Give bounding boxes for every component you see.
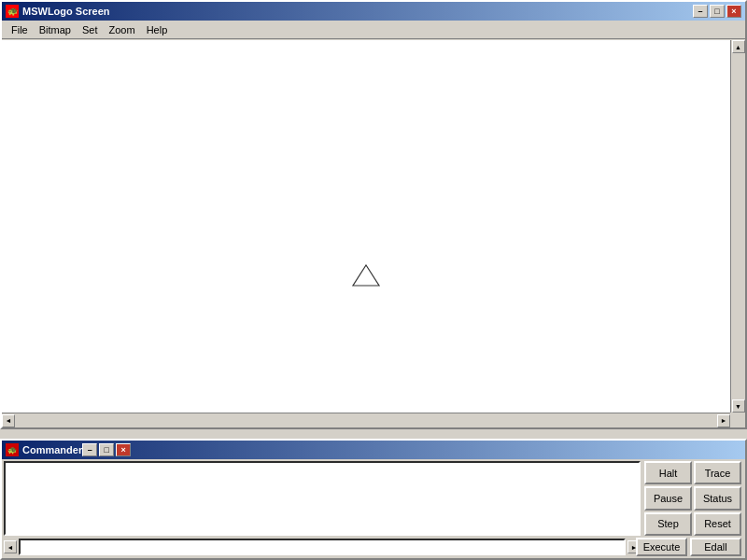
commander-window: 🐢 Commander – □ × ◄ ► Halt Trace Pause: [0, 439, 747, 560]
bottom-buttons-row: Execute Edall: [644, 536, 741, 556]
scroll-track-horizontal[interactable]: [15, 413, 717, 427]
scroll-corner: [730, 413, 745, 427]
menu-zoom[interactable]: Zoom: [104, 22, 141, 37]
halt-button[interactable]: Halt: [644, 461, 692, 484]
main-close-button[interactable]: ×: [726, 5, 741, 18]
commander-input[interactable]: [19, 539, 626, 555]
commander-restore-button[interactable]: □: [99, 443, 114, 456]
main-scrollbar-vertical[interactable]: ▲ ▼: [730, 40, 745, 413]
scroll-left-button[interactable]: ◄: [2, 414, 15, 427]
commander-title: Commander: [22, 444, 82, 455]
canvas: [2, 40, 730, 413]
commander-content: ◄ ► Halt Trace Pause Status Step Reset E…: [2, 459, 745, 558]
trace-button[interactable]: Trace: [694, 461, 741, 484]
edall-button[interactable]: Edall: [690, 538, 741, 556]
execute-button[interactable]: Execute: [636, 538, 687, 556]
main-window: 🐢 MSWLogo Screen – □ × File Bitmap Set Z…: [0, 0, 747, 429]
turtle-container: [2, 40, 730, 413]
main-restore-button[interactable]: □: [710, 5, 725, 18]
commander-titlebar-buttons: – □ ×: [82, 443, 131, 456]
scroll-track-vertical[interactable]: [731, 53, 745, 399]
main-window-icon: 🐢: [6, 5, 19, 18]
commander-right-panel: Halt Trace Pause Status Step Reset Execu…: [642, 459, 745, 558]
pause-button[interactable]: Pause: [644, 486, 692, 510]
commander-window-icon: 🐢: [6, 443, 19, 456]
commander-close-button[interactable]: ×: [116, 443, 131, 456]
menu-help[interactable]: Help: [141, 22, 174, 37]
scroll-up-button[interactable]: ▲: [732, 40, 745, 53]
input-scroll-left[interactable]: ◄: [4, 540, 17, 553]
scroll-right-button[interactable]: ►: [717, 414, 730, 427]
turtle-svg: [2, 40, 730, 413]
output-area[interactable]: [4, 461, 641, 536]
menu-set[interactable]: Set: [77, 22, 104, 37]
commander-minimize-button[interactable]: –: [82, 443, 97, 456]
main-titlebar-buttons: – □ ×: [693, 5, 741, 18]
turtle-shape: [353, 265, 379, 286]
status-button[interactable]: Status: [694, 486, 741, 510]
main-titlebar: 🐢 MSWLogo Screen – □ ×: [2, 2, 745, 21]
main-window-title: MSWLogo Screen: [22, 6, 693, 17]
reset-button[interactable]: Reset: [694, 512, 741, 536]
commander-left-panel: ◄ ►: [2, 459, 642, 558]
input-row: ◄ ►: [4, 538, 641, 556]
command-buttons-grid: Halt Trace Pause Status Step Reset: [644, 461, 741, 536]
main-scrollbar-horizontal[interactable]: ◄ ►: [2, 413, 730, 427]
scroll-down-button[interactable]: ▼: [732, 399, 745, 413]
step-button[interactable]: Step: [644, 512, 692, 536]
main-menubar: File Bitmap Set Zoom Help: [2, 21, 745, 39]
menu-file[interactable]: File: [6, 22, 34, 37]
commander-titlebar: 🐢 Commander – □ ×: [2, 441, 745, 459]
main-minimize-button[interactable]: –: [693, 5, 708, 18]
menu-bitmap[interactable]: Bitmap: [34, 22, 77, 37]
